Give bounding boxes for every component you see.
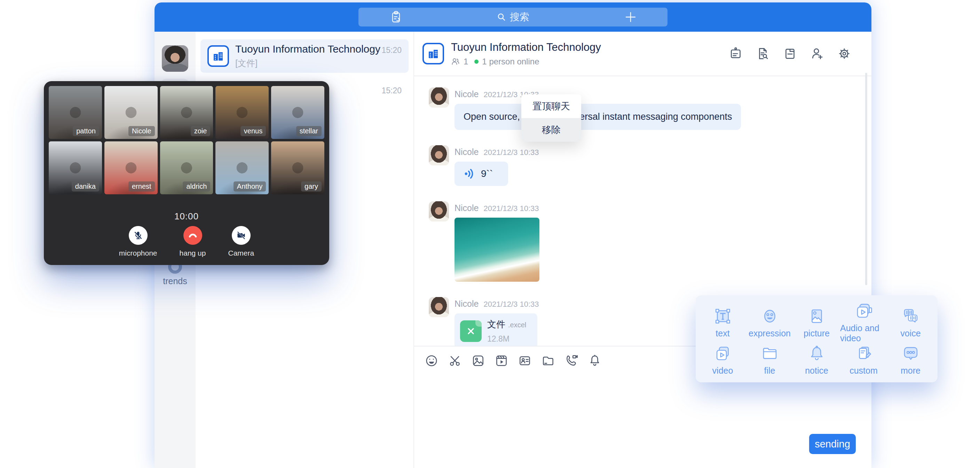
members-icon [451,57,460,66]
camera-toggle-button[interactable] [232,226,251,245]
participant-video-tile: zoie [160,86,213,139]
participant-name: aldrich [183,181,210,192]
panel-item-label: picture [803,328,830,339]
voice-wave-icon [463,168,476,180]
voice-message-bubble[interactable]: 9`` [455,161,508,186]
panel-item-voice[interactable]: voice [887,302,934,343]
microphone-toggle-button[interactable] [129,226,148,245]
message-type-panel: text expression picture Audio and video [696,295,937,382]
call-controls: microphone hang up Camera [49,226,325,257]
file-folder-icon [760,344,779,363]
mic-off-icon [133,230,143,241]
panel-item-more[interactable]: more [887,343,934,376]
my-profile-avatar[interactable] [162,45,188,72]
image-message-beach-photo[interactable] [455,218,539,282]
message-sender: Nicole [455,203,479,213]
panel-item-text[interactable]: text [699,302,746,343]
panel-item-expression[interactable]: expression [746,302,793,343]
picture-icon[interactable] [471,354,485,368]
conversation-item[interactable]: Tuoyun Information Technology [文件] 15:20 [200,39,409,73]
message-timestamp: 2021/12/3 10:33 [484,300,539,309]
online-dot [474,59,479,64]
audio-video-icon [854,302,873,320]
sender-avatar[interactable] [429,88,449,108]
search-bar[interactable]: 搜索 [358,8,668,26]
panel-item-label: more [900,366,921,376]
excel-file-icon [460,320,482,342]
settings-icon[interactable] [837,46,852,61]
notification-bell-icon[interactable] [588,354,602,368]
panel-item-label: expression [749,328,791,339]
video-call-icon[interactable] [565,354,578,368]
add-member-icon[interactable] [810,46,825,61]
chat-title: Tuoyun Information Technology [451,41,601,54]
participant-name: gary [301,181,321,192]
participant-name: patton [73,126,99,136]
participant-name: venus [240,126,266,136]
file-message-card[interactable]: 文件 .excel 12.8M [455,313,537,346]
notice-bell-icon [807,344,826,363]
participant-name: Nicole [129,126,155,136]
microphone-label: microphone [119,249,157,257]
message-sender: Nicole [455,89,479,99]
message-sender: Nicole [455,147,479,157]
panel-item-notice[interactable]: notice [793,343,840,376]
organization-icon [207,45,229,67]
more-bubble-icon [901,344,920,363]
panel-item-audio-video[interactable]: Audio and video [840,302,887,343]
conversation-last-message: [文件] [235,58,375,69]
conversation-title: Tuoyun Information Technology [235,43,375,55]
voice-duration: 9`` [481,168,493,179]
conversation-context-menu: 置顶聊天 移除 [521,94,581,142]
sender-avatar[interactable] [429,297,449,317]
screenshot-scissors-icon[interactable] [448,354,462,368]
panel-item-label: custom [850,366,878,376]
participant-name: ernest [129,181,155,192]
video-call-window: patton Nicole zoie venus stellar danika … [44,81,329,265]
panel-item-file[interactable]: file [746,343,793,376]
message-input-area[interactable]: sending [414,375,872,468]
participant-name: zoie [191,126,210,136]
titlebar: 搜索 [154,2,872,32]
participant-grid: patton Nicole zoie venus stellar danika … [49,86,325,194]
trends-label: trends [154,276,196,286]
online-status: 1 person online [482,57,539,67]
panel-item-video[interactable]: video [699,343,746,376]
call-timer: 10:00 [49,211,325,222]
contact-card-icon[interactable] [518,354,532,368]
participant-video-tile: venus [215,86,269,139]
chat-history-search-icon[interactable] [755,46,770,61]
hang-up-label: hang up [180,249,206,257]
participant-video-tile: Nicole [104,86,158,139]
participant-video-tile: aldrich [160,141,213,194]
video-panel-icon [713,344,732,363]
search-field[interactable]: 搜索 [358,8,668,26]
file-icon[interactable] [782,46,798,61]
participant-name: Anthony [234,181,266,192]
hang-up-button[interactable] [183,226,202,245]
participant-video-tile: patton [49,86,102,139]
emoji-icon[interactable] [425,354,439,368]
text-message-bubble: Open source, free, and universal instant… [455,104,741,130]
group-board-icon[interactable] [728,46,743,61]
voice-panel-icon [901,307,920,326]
message: Nicole 2021/12/3 10:33 [429,201,872,282]
participant-name: stellar [296,126,321,136]
message: Nicole 2021/12/3 10:33 9`` [429,145,872,186]
menu-item-pin-chat[interactable]: 置顶聊天 [521,94,581,118]
menu-item-remove[interactable]: 移除 [521,118,581,142]
panel-item-picture[interactable]: picture [793,302,840,343]
camera-off-icon [236,230,247,241]
video-icon[interactable] [495,354,508,368]
sender-avatar[interactable] [429,201,449,222]
send-button[interactable]: sending [809,434,856,454]
sender-avatar[interactable] [429,145,449,165]
participant-video-tile: Anthony [215,141,269,194]
text-icon [713,307,732,326]
organization-icon [423,43,444,64]
panel-item-custom[interactable]: custom [840,343,887,376]
participant-name: danika [72,181,99,192]
folder-icon[interactable] [541,354,555,368]
panel-item-label: text [716,328,729,339]
message-scrollbar[interactable] [865,73,867,285]
